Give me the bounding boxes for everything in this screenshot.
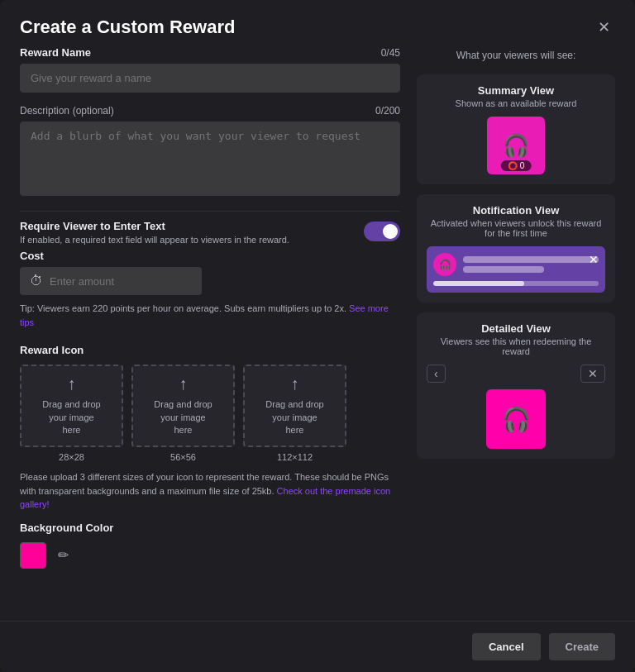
require-text-row: Require Viewer to Enter Text If enabled,… — [20, 211, 400, 250]
edit-color-button[interactable]: ✏ — [55, 544, 72, 566]
notification-description: Activated when viewers unlock this rewar… — [427, 218, 605, 238]
icon-size-row: 28×28 56×56 112×112 — [20, 452, 400, 462]
require-text-toggle[interactable] — [364, 222, 400, 241]
reward-name-label-row: Reward Name 0/45 — [20, 46, 400, 59]
badge-count: 0 — [520, 161, 525, 170]
description-group: Description (optional) 0/200 — [20, 104, 400, 199]
icon-size-28: 28×28 — [20, 452, 123, 462]
icon-upload-text-56: Drag and dropyour imagehere — [154, 398, 212, 436]
detailed-title: Detailed View — [427, 322, 605, 335]
reward-name-counter: 0/45 — [381, 47, 400, 59]
cost-section: Cost ⏱ Tip: Viewers earn 220 points per … — [20, 250, 400, 329]
upload-arrow-icon-28: ↑ — [68, 374, 76, 393]
require-text-description: If enabled, a required text field will a… — [20, 235, 289, 245]
cost-icon: ⏱ — [30, 274, 43, 288]
detail-prev-button[interactable]: ‹ — [427, 365, 446, 383]
left-panel: Reward Name 0/45 Description (optional) … — [20, 46, 400, 621]
detail-close-button[interactable]: ✕ — [580, 365, 605, 383]
reward-icon-title: Reward Icon — [20, 344, 400, 356]
notification-reward-icon: 🎧 — [433, 253, 456, 276]
icon-upload-text-112: Drag and dropyour imagehere — [265, 398, 323, 436]
description-input[interactable] — [20, 122, 400, 196]
description-optional: (optional) — [73, 105, 114, 117]
modal-footer: Cancel Create — [0, 621, 635, 672]
notification-progress-fill — [433, 281, 524, 286]
cost-input[interactable] — [50, 275, 192, 288]
reward-name-group: Reward Name 0/45 — [20, 46, 400, 93]
detailed-view-card: Detailed View Viewers see this when rede… — [417, 312, 615, 459]
icon-size-56: 56×56 — [131, 452, 235, 462]
description-label: Description (optional) — [20, 104, 114, 117]
reward-name-label: Reward Name — [20, 46, 91, 59]
description-counter: 0/200 — [375, 105, 400, 117]
reward-icon-section: Reward Icon ↑ Drag and dropyour imageher… — [20, 344, 400, 522]
preview-header: What your viewers will see: — [417, 50, 615, 61]
detailed-description: Viewers see this when redeeming the rewa… — [427, 336, 605, 356]
bg-color-section: Background Color ✏ — [20, 522, 400, 569]
cost-tip: Tip: Viewers earn 220 points per hour on… — [20, 302, 400, 329]
bg-color-row: ✏ — [20, 542, 400, 569]
cost-label: Cost — [20, 250, 400, 262]
cost-input-row: ⏱ — [20, 267, 202, 295]
notification-view-card: Notification View Activated when viewers… — [417, 194, 615, 303]
bg-color-title: Background Color — [20, 522, 400, 534]
summary-reward-icon: 🎧 — [503, 133, 529, 159]
create-button[interactable]: Create — [549, 633, 615, 660]
right-panel: What your viewers will see: Summary View… — [417, 46, 615, 621]
reward-name-input[interactable] — [20, 64, 400, 93]
icon-upload-text-28: Drag and dropyour imagehere — [42, 398, 100, 436]
notification-bars — [463, 256, 599, 273]
notification-bar-short — [463, 266, 544, 273]
detailed-reward-icon: 🎧 — [486, 389, 546, 449]
cancel-button[interactable]: Cancel — [472, 633, 541, 660]
summary-view-card: Summary View Shown as an available rewar… — [417, 74, 615, 184]
summary-icon-wrap: 🎧 ⭕ 0 — [487, 117, 545, 174]
modal-title: Create a Custom Reward — [20, 17, 235, 38]
notification-close-icon: ✕ — [589, 253, 599, 266]
notification-bar-full — [463, 256, 599, 263]
icon-upload-box-112[interactable]: ↑ Drag and dropyour imagehere — [243, 365, 346, 447]
modal: Create a Custom Reward ✕ Reward Name 0/4… — [0, 0, 635, 672]
require-text-label-group: Require Viewer to Enter Text If enabled,… — [20, 220, 289, 245]
icon-upload-row: ↑ Drag and dropyour imagehere ↑ Drag and… — [20, 365, 400, 447]
badge-circle-icon: ⭕ — [508, 161, 518, 170]
icon-upload-box-28[interactable]: ↑ Drag and dropyour imagehere — [20, 365, 123, 447]
summary-title: Summary View — [427, 84, 605, 97]
upload-arrow-icon-112: ↑ — [291, 374, 299, 393]
modal-body: Reward Name 0/45 Description (optional) … — [0, 46, 635, 621]
icon-upload-box-56[interactable]: ↑ Drag and dropyour imagehere — [131, 365, 235, 447]
notification-title: Notification View — [427, 204, 605, 217]
description-label-row: Description (optional) 0/200 — [20, 104, 400, 117]
icon-upload-note: Please upload 3 different sizes of your … — [20, 470, 400, 512]
close-button[interactable]: ✕ — [593, 17, 615, 38]
color-swatch[interactable] — [20, 542, 46, 569]
notification-progress-bar — [433, 281, 599, 286]
notification-preview: ✕ 🎧 — [427, 246, 605, 293]
summary-badge: ⭕ 0 — [501, 160, 532, 171]
detail-nav: ‹ ✕ — [427, 365, 605, 383]
notification-top-row: 🎧 — [433, 253, 599, 276]
upload-arrow-icon-56: ↑ — [179, 374, 188, 393]
icon-size-112: 112×112 — [243, 452, 346, 462]
summary-description: Shown as an available reward — [427, 98, 605, 108]
modal-header: Create a Custom Reward ✕ — [0, 0, 635, 46]
require-text-title: Require Viewer to Enter Text — [20, 220, 289, 232]
